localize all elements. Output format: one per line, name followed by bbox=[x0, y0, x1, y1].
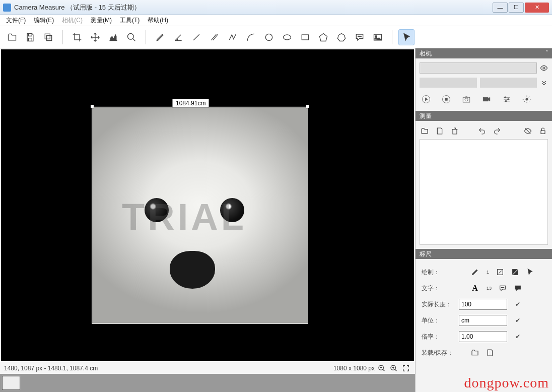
record-icon[interactable] bbox=[481, 94, 492, 105]
style-tool-icon[interactable] bbox=[511, 268, 519, 276]
svg-rect-24 bbox=[541, 130, 545, 134]
open-icon[interactable] bbox=[4, 29, 20, 45]
collapse-icon[interactable]: ˆ bbox=[546, 50, 548, 57]
chevron-icon[interactable] bbox=[540, 79, 548, 87]
line-icon[interactable] bbox=[188, 29, 204, 45]
comment-icon[interactable] bbox=[352, 29, 368, 45]
save-ruler-icon[interactable] bbox=[486, 349, 494, 357]
draw-label: 绘制： bbox=[422, 268, 455, 277]
measure-list[interactable] bbox=[420, 139, 548, 245]
menu-camera[interactable]: 相机(C) bbox=[58, 15, 87, 26]
camera-panel-header[interactable]: 相机 ˆ bbox=[416, 48, 552, 58]
pencil-icon[interactable] bbox=[152, 29, 168, 45]
thumbnail-bar bbox=[0, 374, 415, 392]
stop-icon[interactable] bbox=[441, 94, 452, 105]
handle-top-left[interactable] bbox=[90, 104, 94, 108]
svg-point-21 bbox=[508, 99, 509, 100]
fullscreen-icon[interactable] bbox=[401, 363, 411, 373]
svg-point-28 bbox=[502, 287, 503, 288]
confirm-length-icon[interactable]: ✔ bbox=[515, 301, 523, 308]
pointer-tool-icon[interactable] bbox=[526, 268, 534, 276]
menu-edit[interactable]: 编辑(E) bbox=[30, 15, 58, 26]
app-icon bbox=[3, 4, 11, 12]
menu-measure[interactable]: 测量(M) bbox=[87, 15, 116, 26]
polygon-icon[interactable] bbox=[333, 29, 350, 45]
load-ruler-icon[interactable] bbox=[471, 349, 479, 357]
svg-point-23 bbox=[526, 98, 528, 101]
close-button[interactable]: ✕ bbox=[525, 3, 549, 13]
circle-icon[interactable] bbox=[261, 29, 277, 45]
camera-select[interactable] bbox=[420, 62, 537, 74]
camera-prop-1[interactable] bbox=[420, 78, 477, 88]
titlebar: Camera Measure （试用版 - 15 天后过期） — ☐ ✕ bbox=[0, 0, 552, 15]
ruler-panel-title: 标尺 bbox=[420, 250, 432, 258]
ruler-panel-header[interactable]: 标尺 bbox=[416, 249, 552, 259]
menu-tool[interactable]: 工具(T) bbox=[116, 15, 144, 26]
font-icon[interactable]: A bbox=[471, 284, 479, 292]
pointer-icon[interactable] bbox=[398, 29, 415, 45]
pentagon-icon[interactable] bbox=[315, 29, 331, 45]
loadsave-label: 装载/保存： bbox=[422, 349, 455, 357]
measurement-label: 1084.91cm bbox=[172, 99, 209, 108]
svg-point-13 bbox=[543, 67, 545, 69]
polyline-icon[interactable] bbox=[225, 29, 241, 45]
svg-point-29 bbox=[503, 287, 504, 288]
snapshot-icon[interactable] bbox=[461, 94, 472, 105]
svg-rect-19 bbox=[483, 97, 488, 101]
delete-measure-icon[interactable] bbox=[451, 127, 459, 135]
svg-rect-1 bbox=[47, 35, 52, 40]
svg-point-4 bbox=[284, 35, 291, 40]
camera-prop-2[interactable] bbox=[480, 78, 537, 88]
save-icon[interactable] bbox=[22, 29, 38, 45]
length-input[interactable] bbox=[459, 299, 507, 310]
lock-icon[interactable] bbox=[539, 127, 547, 135]
ellipse-icon[interactable] bbox=[279, 29, 295, 45]
arc-icon[interactable] bbox=[243, 29, 259, 45]
confirm-unit-icon[interactable]: ✔ bbox=[515, 317, 523, 324]
comment-outline-icon[interactable] bbox=[499, 284, 507, 292]
undo-icon[interactable] bbox=[478, 127, 486, 135]
gear-icon[interactable] bbox=[521, 94, 532, 105]
zoom-in-icon[interactable] bbox=[389, 363, 399, 373]
eye-icon[interactable] bbox=[540, 64, 548, 72]
canvas-viewport[interactable]: TRIAL 1084.91cm bbox=[1, 49, 414, 361]
save-measure-icon[interactable] bbox=[436, 127, 444, 135]
maximize-button[interactable]: ☐ bbox=[509, 3, 524, 13]
svg-point-3 bbox=[265, 34, 272, 40]
angle-icon[interactable] bbox=[170, 29, 186, 45]
statusbar: 1480, 1087 px - 1480.1, 1087.4 cm 1080 x… bbox=[0, 362, 415, 374]
comment-fill-icon[interactable] bbox=[514, 284, 522, 292]
redo-icon[interactable] bbox=[493, 127, 501, 135]
image-icon[interactable] bbox=[370, 29, 386, 45]
scale-label: 倍率： bbox=[422, 333, 455, 341]
measurement-box[interactable] bbox=[92, 106, 308, 323]
thumbnail[interactable] bbox=[2, 376, 20, 390]
play-icon[interactable] bbox=[421, 94, 432, 105]
zoom-icon[interactable] bbox=[123, 29, 140, 45]
crop-icon[interactable] bbox=[69, 29, 85, 45]
sliders-icon[interactable] bbox=[501, 94, 512, 105]
measure-panel-header[interactable]: 测量 bbox=[416, 111, 552, 121]
ruler-panel-body: 绘制： 1 文字： A13 实际长度： bbox=[416, 259, 552, 366]
confirm-scale-icon[interactable]: ✔ bbox=[515, 333, 523, 340]
menu-help[interactable]: 帮助(H) bbox=[144, 15, 172, 26]
canvas-area: TRIAL 1084.91cm 1480, 1087 px - 1480.1, … bbox=[0, 48, 415, 392]
scale-input[interactable] bbox=[459, 331, 507, 342]
zoom-out-icon[interactable] bbox=[377, 363, 387, 373]
handle-top-right[interactable] bbox=[306, 104, 310, 108]
open-measure-icon[interactable] bbox=[421, 127, 429, 135]
pencil-tool-icon[interactable] bbox=[471, 268, 479, 276]
unit-label: 单位： bbox=[422, 316, 455, 325]
unit-input[interactable] bbox=[459, 315, 507, 326]
minimize-button[interactable]: — bbox=[493, 3, 508, 13]
svg-rect-16 bbox=[445, 98, 448, 101]
edit-tool-icon[interactable] bbox=[496, 268, 504, 276]
copy-icon[interactable] bbox=[40, 29, 56, 45]
histogram-icon[interactable] bbox=[105, 29, 121, 45]
svg-point-2 bbox=[128, 33, 134, 39]
rectangle-icon[interactable] bbox=[297, 29, 313, 45]
move-icon[interactable] bbox=[87, 29, 103, 45]
visibility-icon[interactable] bbox=[524, 127, 532, 135]
menu-file[interactable]: 文件(F) bbox=[2, 15, 30, 26]
parallel-icon[interactable] bbox=[206, 29, 223, 45]
